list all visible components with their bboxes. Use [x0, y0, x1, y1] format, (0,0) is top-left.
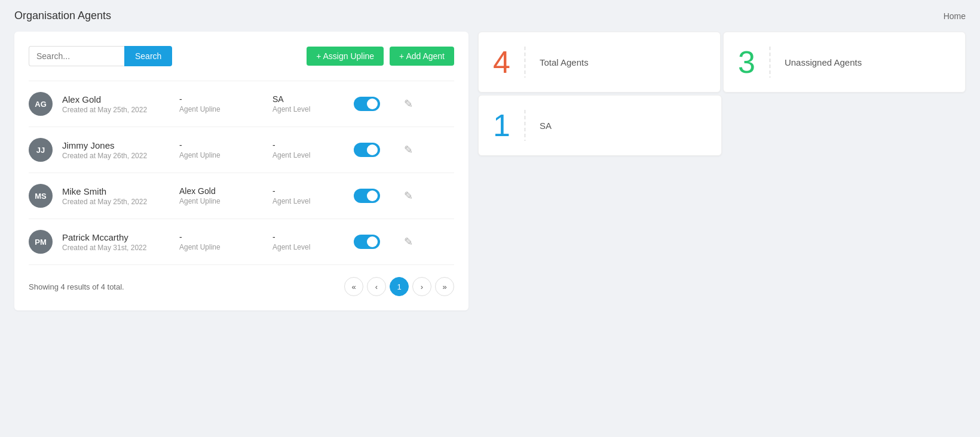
- assign-upline-button[interactable]: + Assign Upline: [307, 47, 384, 66]
- edit-icon[interactable]: ✎: [404, 97, 413, 110]
- agent-name: Patrick Mccarthy: [62, 232, 170, 242]
- unassigned-agents-card: 3 Unassigned Agents: [723, 32, 966, 93]
- agent-info: Jimmy Jones Created at May 26th, 2022: [62, 140, 170, 160]
- agent-upline: - Agent Upline: [179, 94, 263, 113]
- toggle-switch[interactable]: [354, 189, 380, 203]
- total-agents-number: 4: [493, 47, 510, 78]
- divider: [770, 47, 770, 78]
- unassigned-agents-number: 3: [738, 47, 755, 78]
- level-label: Agent Level: [272, 197, 344, 205]
- edit-icon[interactable]: ✎: [404, 189, 413, 202]
- unassigned-agents-label: Unassigned Agents: [785, 57, 862, 67]
- agent-list: AG Alex Gold Created at May 25th, 2022 -…: [29, 81, 454, 265]
- sa-card: 1 SA: [478, 95, 722, 156]
- avatar: AG: [29, 92, 53, 116]
- total-agents-label: Total Agents: [540, 57, 589, 67]
- sa-label: SA: [540, 121, 552, 131]
- agent-info: Patrick Mccarthy Created at May 31st, 20…: [62, 232, 170, 252]
- agents-panel: Search + Assign Upline + Add Agent AG Al…: [14, 32, 468, 310]
- search-input[interactable]: [29, 46, 124, 66]
- toggle-switch[interactable]: [354, 143, 380, 157]
- page-title: Organisation Agents: [14, 10, 111, 22]
- agent-level: - Agent Level: [272, 232, 344, 251]
- page-btn[interactable]: ‹: [367, 277, 386, 296]
- level-value: -: [272, 232, 344, 242]
- page-btn-active[interactable]: 1: [390, 277, 409, 296]
- upline-label: Agent Upline: [179, 243, 263, 251]
- agent-info: Alex Gold Created at May 25th, 2022: [62, 94, 170, 114]
- level-label: Agent Level: [272, 243, 344, 251]
- page-btn[interactable]: »: [435, 277, 454, 296]
- upline-value: -: [179, 140, 263, 150]
- agent-name: Jimmy Jones: [62, 140, 170, 150]
- avatar: PM: [29, 230, 53, 254]
- toolbar: Search + Assign Upline + Add Agent: [29, 46, 454, 66]
- agent-created: Created at May 25th, 2022: [62, 198, 170, 206]
- stats-column: 4 Total Agents 3 Unassigned Agents 1 SA: [478, 32, 966, 310]
- toggle-area: [354, 97, 390, 111]
- agent-created: Created at May 26th, 2022: [62, 152, 170, 160]
- agent-created: Created at May 31st, 2022: [62, 244, 170, 252]
- level-label: Agent Level: [272, 151, 344, 159]
- stats-bottom-row: 1 SA: [478, 95, 966, 156]
- pagination-controls: «‹1›»: [344, 277, 454, 296]
- toggle-switch[interactable]: [354, 235, 380, 249]
- level-value: SA: [272, 94, 344, 104]
- upline-value: -: [179, 232, 263, 242]
- upline-label: Agent Upline: [179, 105, 263, 113]
- agent-name: Alex Gold: [62, 94, 170, 104]
- sa-number: 1: [493, 110, 510, 141]
- upline-value: Alex Gold: [179, 186, 263, 196]
- level-value: -: [272, 186, 344, 196]
- page-btn[interactable]: «: [344, 277, 363, 296]
- total-agents-card: 4 Total Agents: [478, 32, 721, 93]
- agent-upline: - Agent Upline: [179, 232, 263, 251]
- divider: [525, 110, 525, 141]
- home-link[interactable]: Home: [944, 11, 966, 21]
- toggle-switch[interactable]: [354, 97, 380, 111]
- pagination-area: Showing 4 results of 4 total. «‹1›»: [29, 277, 454, 296]
- stats-top-row: 4 Total Agents 3 Unassigned Agents: [478, 32, 966, 93]
- edit-icon[interactable]: ✎: [404, 143, 413, 156]
- agent-upline: - Agent Upline: [179, 140, 263, 159]
- table-row: PM Patrick Mccarthy Created at May 31st,…: [29, 219, 454, 265]
- toggle-area: [354, 235, 390, 249]
- agent-level: - Agent Level: [272, 186, 344, 205]
- add-agent-button[interactable]: + Add Agent: [390, 47, 454, 66]
- avatar: MS: [29, 184, 53, 208]
- table-row: MS Mike Smith Created at May 25th, 2022 …: [29, 173, 454, 219]
- toggle-area: [354, 189, 390, 203]
- level-label: Agent Level: [272, 105, 344, 113]
- pagination-info: Showing 4 results of 4 total.: [29, 282, 124, 291]
- upline-label: Agent Upline: [179, 197, 263, 205]
- table-row: AG Alex Gold Created at May 25th, 2022 -…: [29, 81, 454, 127]
- agent-created: Created at May 25th, 2022: [62, 106, 170, 114]
- action-buttons: + Assign Upline + Add Agent: [307, 47, 454, 66]
- search-button[interactable]: Search: [124, 46, 172, 66]
- agent-info: Mike Smith Created at May 25th, 2022: [62, 186, 170, 206]
- level-value: -: [272, 140, 344, 150]
- agent-level: SA Agent Level: [272, 94, 344, 113]
- divider: [525, 47, 525, 78]
- upline-value: -: [179, 94, 263, 104]
- agent-name: Mike Smith: [62, 186, 170, 196]
- upline-label: Agent Upline: [179, 151, 263, 159]
- toggle-area: [354, 143, 390, 157]
- table-row: JJ Jimmy Jones Created at May 26th, 2022…: [29, 127, 454, 173]
- agent-upline: Alex Gold Agent Upline: [179, 186, 263, 205]
- page-btn[interactable]: ›: [412, 277, 431, 296]
- avatar: JJ: [29, 138, 53, 162]
- edit-icon[interactable]: ✎: [404, 235, 413, 248]
- search-area: Search: [29, 46, 172, 66]
- agent-level: - Agent Level: [272, 140, 344, 159]
